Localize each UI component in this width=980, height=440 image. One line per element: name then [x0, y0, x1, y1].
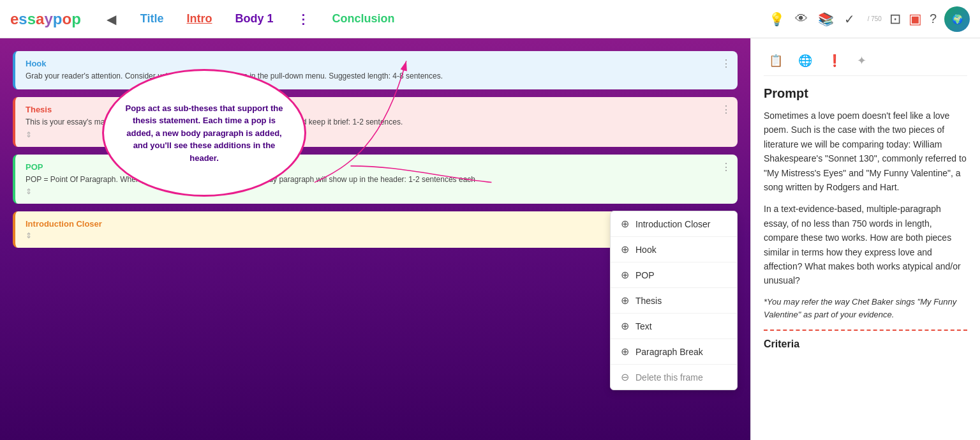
dropdown-label-paragraph-break: Paragraph Break — [635, 347, 703, 357]
dropdown-item-introduction-closer[interactable]: ⊕ Introduction Closer — [611, 211, 737, 237]
dropdown-menu: ⊕ Introduction Closer ⊕ Hook ⊕ POP ⊕ The… — [610, 211, 738, 390]
back-button[interactable]: ◀ — [107, 11, 116, 27]
right-panel: 📋 🌐 ❗ ✦ Prompt Sometimes a love poem doe… — [750, 38, 980, 440]
plus-icon-intro-closer: ⊕ — [621, 218, 629, 230]
plus-icon-text: ⊕ — [621, 320, 629, 332]
dropdown-item-hook[interactable]: ⊕ Hook — [611, 237, 737, 262]
dropdown-item-delete-frame[interactable]: ⊖ Delete this frame — [611, 365, 737, 390]
criteria-title: Criteria — [764, 338, 967, 350]
lightbulb-icon[interactable]: 💡 — [769, 11, 785, 27]
card-hook-title: Hook — [26, 59, 727, 68]
prompt-divider — [764, 330, 967, 331]
layout-icon[interactable]: ⊡ — [889, 11, 901, 27]
dropdown-label-pop: POP — [635, 270, 655, 280]
logo-letter-y: y — [44, 10, 52, 27]
card-hook-text: Grab your reader's attention. Consider u… — [26, 71, 727, 82]
layout-split-icon[interactable]: ▣ — [909, 11, 922, 27]
dropdown-label-text: Text — [635, 321, 652, 331]
dropdown-label-thesis: Thesis — [635, 296, 662, 306]
logo: essaypop — [10, 10, 81, 28]
logo-letter-s2: s — [27, 10, 36, 27]
avatar[interactable]: 🌍 — [944, 6, 970, 32]
card-pop-menu[interactable]: ⋮ — [721, 161, 731, 173]
prompt-italic: *You may refer the way Chet Baker sings … — [764, 296, 967, 322]
right-tab-alert[interactable]: ❗ — [822, 51, 847, 70]
logo-letter-p: p — [53, 10, 63, 27]
prompt-body-2: In a text-evidence-based, multiple-parag… — [764, 202, 967, 287]
dropdown-item-text[interactable]: ⊕ Text — [611, 314, 737, 339]
card-hook[interactable]: Hook Grab your reader's attention. Consi… — [13, 51, 738, 89]
right-tab-notes[interactable]: 📋 — [764, 51, 788, 70]
dropdown-label-introduction-closer: Introduction Closer — [635, 219, 711, 229]
logo-letter-o: o — [62, 10, 71, 27]
book-icon[interactable]: 📚 — [818, 11, 834, 27]
logo-letter-s: s — [19, 10, 27, 27]
tab-body1[interactable]: Body 1 — [230, 10, 279, 28]
plus-icon-thesis: ⊕ — [621, 294, 629, 307]
minus-icon-delete: ⊖ — [621, 371, 629, 383]
prompt-title: Prompt — [764, 86, 967, 101]
main-content: Hook Grab your reader's attention. Consi… — [0, 38, 980, 440]
word-count: / 750 — [868, 15, 882, 22]
word-count-slash: / 750 — [868, 15, 882, 22]
logo-letter-p2: p — [71, 10, 81, 27]
plus-icon-paragraph-break: ⊕ — [621, 345, 629, 358]
tooltip-text: Pops act as sub-theses that support the … — [123, 102, 285, 165]
prompt-body-1: Sometimes a love poem doesn't feel like … — [764, 109, 967, 194]
dropdown-item-pop[interactable]: ⊕ POP — [611, 262, 737, 288]
logo-letter-e: e — [10, 10, 19, 27]
tooltip-bubble: Pops act as sub-theses that support the … — [102, 69, 306, 197]
plus-icon-pop: ⊕ — [621, 269, 629, 281]
dropdown-item-paragraph-break[interactable]: ⊕ Paragraph Break — [611, 339, 737, 365]
tab-conclusion[interactable]: Conclusion — [327, 10, 400, 28]
eye-icon[interactable]: 👁 — [795, 11, 808, 26]
tab-dots[interactable]: ⋮ — [292, 9, 315, 29]
header-right: / 750 ⊡ ▣ ? 🌍 — [868, 6, 970, 32]
header-tool-icons: 💡 👁 📚 ✓ — [769, 11, 855, 27]
header: essaypop ◀ Title Intro Body 1 ⋮ Conclusi… — [0, 0, 980, 38]
right-panel-tabs: 📋 🌐 ❗ ✦ — [764, 51, 967, 76]
card-thesis-menu[interactable]: ⋮ — [721, 103, 731, 116]
nav-tabs: ◀ Title Intro Body 1 ⋮ Conclusion 💡 👁 📚 … — [107, 9, 855, 29]
editor-panel: Hook Grab your reader's attention. Consi… — [0, 38, 750, 440]
help-icon[interactable]: ? — [930, 11, 937, 26]
tab-intro[interactable]: Intro — [182, 10, 218, 28]
right-tab-globe[interactable]: 🌐 — [793, 51, 817, 70]
dropdown-label-hook: Hook — [635, 245, 657, 255]
card-pop-resize[interactable]: ⇕ — [26, 187, 727, 196]
logo-letter-a: a — [36, 10, 44, 27]
tab-title[interactable]: Title — [135, 10, 169, 28]
card-hook-menu[interactable]: ⋮ — [721, 57, 731, 70]
plus-icon-hook: ⊕ — [621, 243, 629, 255]
check-icon[interactable]: ✓ — [844, 11, 855, 27]
dropdown-label-delete-frame: Delete this frame — [635, 372, 703, 383]
dropdown-item-thesis[interactable]: ⊕ Thesis — [611, 288, 737, 314]
right-tab-star[interactable]: ✦ — [852, 51, 872, 70]
